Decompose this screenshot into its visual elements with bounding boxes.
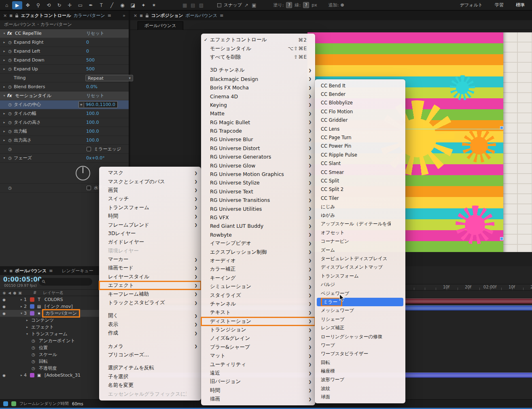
property-value[interactable]: 0 — [86, 40, 89, 45]
menu-item[interactable]: RG Universe Stylize — [201, 178, 315, 187]
selection-handle[interactable] — [500, 126, 503, 129]
layer-name[interactable]: 回転 — [37, 358, 49, 364]
solo-column-icon[interactable] — [12, 291, 17, 295]
eye-icon[interactable] — [2, 312, 8, 316]
menu-item[interactable]: 選択アイテムを反転 — [99, 364, 201, 372]
menu-item[interactable]: 球面 — [315, 393, 405, 401]
menu-item[interactable]: チャンネル — [201, 300, 315, 308]
menu-item[interactable]: にじみ — [315, 202, 405, 211]
composition-tab[interactable]: ボールバウンス — [138, 21, 183, 30]
layer-name[interactable]: 位置 — [37, 345, 49, 351]
menu-item[interactable]: すべてを削除 ⇧⌘E — [201, 53, 315, 61]
menu-item[interactable]: レイヤースタイル — [99, 273, 201, 281]
workspace-button[interactable]: 学習 — [495, 2, 504, 8]
twirl-icon[interactable]: ▸ — [2, 58, 7, 62]
tool-button[interactable]: ✒ — [86, 1, 96, 9]
menu-item[interactable]: ローリングシャッターの修復 — [315, 332, 405, 341]
menu-item[interactable]: テキスト — [201, 308, 315, 317]
label-color-chip[interactable] — [30, 311, 34, 316]
effect-property-row[interactable]: ▸ 出力幅 100.0 — [0, 127, 129, 136]
menu-item[interactable]: ワープ — [315, 341, 405, 350]
menu-item[interactable]: CC Power Pin — [315, 142, 405, 150]
menu-item[interactable]: 表示 — [99, 320, 201, 329]
menu-item[interactable]: トランスフォーム — [315, 272, 405, 280]
twirl-icon[interactable]: ▸ — [25, 325, 30, 329]
menu-item[interactable]: トラックとスタビライズ — [99, 299, 201, 307]
menu-item[interactable]: ゆがみ — [315, 211, 405, 220]
menu-item[interactable]: ブラー&シャープ — [201, 343, 315, 352]
effect-property-row[interactable]: ▸ Expand Up 500 — [0, 65, 129, 74]
menu-item[interactable]: Keying — [201, 101, 315, 109]
twirl-icon[interactable]: ▸ — [19, 373, 24, 377]
effect-property-row[interactable]: Tiling Repeat — [0, 74, 129, 83]
menu-item[interactable]: 開く — [99, 312, 201, 320]
menu-item[interactable]: タービュレントディスプレイス — [315, 254, 405, 263]
label-color-chip[interactable] — [30, 373, 34, 377]
lock-icon[interactable] — [15, 13, 19, 18]
workspace-button[interactable]: デフォルト — [460, 2, 483, 8]
tool-button[interactable]: T — [96, 1, 106, 9]
menu-item[interactable]: CC Griddler — [315, 116, 405, 125]
menu-item[interactable]: RG Universe Text — [201, 187, 315, 196]
menu-item[interactable]: ズーム — [315, 246, 405, 254]
property-value[interactable]: 100.0 — [86, 138, 99, 143]
menu-item[interactable]: RG Magic Bullet — [201, 118, 315, 127]
twirl-icon[interactable]: ▸ — [2, 67, 7, 71]
layer-name[interactable]: アンカーポイント — [37, 338, 77, 344]
menu-item[interactable]: エクスプレッション制御 — [201, 248, 315, 256]
menu-item[interactable]: CC Slant — [315, 159, 405, 168]
eye-column-icon[interactable] — [2, 291, 7, 295]
menu-item[interactable]: フレームブレンド — [99, 220, 201, 229]
menu-item[interactable]: 時間 — [201, 386, 315, 395]
menu-item[interactable]: カラー補正 — [201, 265, 315, 273]
menu-item[interactable]: RG Universe Motion Graphics — [201, 170, 315, 178]
menu-item[interactable]: シミュレーション — [201, 282, 315, 291]
twirl-icon[interactable]: ▸ — [2, 85, 7, 89]
menu-item[interactable]: Cinema 4D — [201, 92, 315, 100]
menu-item[interactable]: マーカー — [99, 255, 201, 264]
stopwatch-icon[interactable] — [7, 85, 13, 89]
close-icon[interactable]: × — [3, 268, 7, 273]
stopwatch-icon[interactable] — [7, 186, 13, 190]
stopwatch-icon[interactable] — [7, 138, 13, 142]
menu-item[interactable]: ユーティリティ — [201, 360, 315, 369]
property-value[interactable]: 0.0% — [86, 84, 97, 89]
menu-item[interactable]: 子を選択 — [99, 373, 201, 381]
menu-item[interactable]: ガイドレイヤー — [99, 238, 201, 246]
menu-item[interactable]: CC Lens — [315, 125, 405, 133]
menu-item[interactable]: 旧バージョン — [201, 377, 315, 386]
menu-item[interactable]: オフセット — [315, 229, 405, 237]
twirl-icon[interactable]: ▸ — [2, 112, 7, 115]
twirl-icon[interactable]: ▸ — [2, 121, 7, 124]
twirl-icon[interactable]: ▾ — [25, 332, 30, 336]
twirl-icon[interactable]: ▸ — [2, 40, 7, 44]
menu-item[interactable]: CC Tiler — [315, 194, 405, 202]
effect-property-row[interactable]: ▸ タイルの高さ 100.0 — [0, 118, 129, 127]
menu-item[interactable]: バルジ — [315, 280, 405, 289]
twirl-icon[interactable]: ▸ — [2, 129, 7, 133]
menu-item[interactable]: CC Split 2 — [315, 185, 405, 194]
menu-item[interactable]: エフェクトコントロール ⌘2 — [201, 36, 315, 44]
menu-item[interactable]: RG Universe Utilities — [201, 204, 315, 213]
snap-option-icon[interactable]: ↗ — [244, 2, 248, 8]
timeline-tab[interactable]: ボールバウンス — [15, 268, 47, 274]
menu-item[interactable]: 3Dレイヤー — [99, 229, 201, 238]
menu-item[interactable]: Red Giant LUT Buddy — [201, 222, 315, 230]
menu-item[interactable]: スタイライズ — [201, 291, 315, 299]
tool-button[interactable]: ▭ — [75, 1, 85, 9]
stopwatch-icon[interactable] — [32, 366, 37, 371]
menu-item[interactable]: オーディオ — [201, 256, 315, 265]
menu-item[interactable]: Rowbyte — [201, 231, 315, 239]
menu-item[interactable]: マスクとシェイプのパス — [99, 177, 201, 186]
effect-property-row[interactable]: ▸ タイルの幅 100.0 — [0, 109, 129, 118]
stopwatch-icon[interactable] — [7, 67, 13, 71]
eye-icon[interactable] — [2, 373, 8, 377]
menu-item[interactable]: 作成 — [99, 329, 201, 337]
menu-item[interactable]: RG VFX — [201, 213, 315, 222]
workspace-button[interactable]: 標準 — [516, 2, 525, 8]
tool-button[interactable]: ▶ — [12, 1, 22, 9]
twirl-icon[interactable]: ▾ — [2, 32, 7, 35]
menu-item[interactable]: 時間 — [99, 212, 201, 220]
effect-property-row[interactable]: ▸ 出力高さ 100.0 — [0, 136, 129, 145]
snap-checkbox[interactable] — [217, 3, 221, 7]
